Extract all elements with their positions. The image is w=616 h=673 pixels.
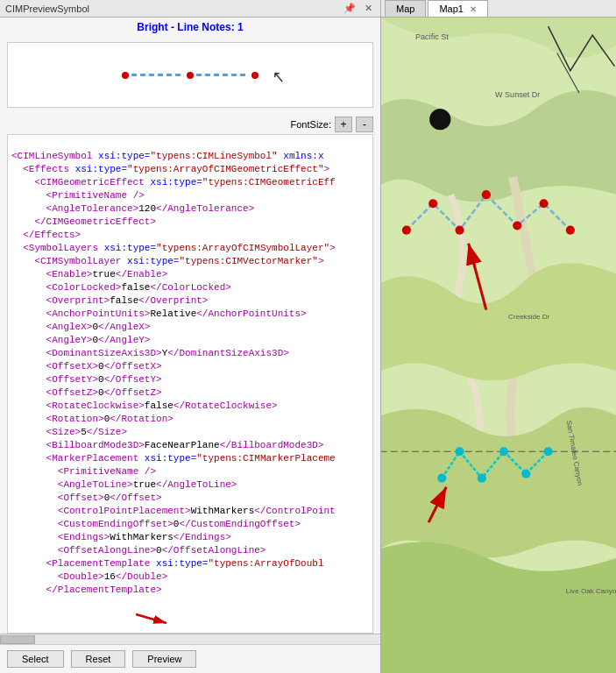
fontsize-minus-button[interactable]: - [356,117,373,132]
map-tabs: Map Map1 ✕ [381,0,616,18]
svg-text:Creekside Dr: Creekside Dr [508,313,549,321]
tab-map[interactable]: Map [385,0,426,17]
xml-content: <CIMLineSymbol xsi:type="typens:CIMLineS… [8,135,372,612]
fontsize-label: FontSize: [291,119,331,130]
right-panel: Map Map1 ✕ Pacific St [381,0,616,673]
preview-area: ↖ [7,42,373,108]
pin-button[interactable]: 📌 [341,3,358,14]
horizontal-scrollbar[interactable] [0,634,380,644]
select-arrow [131,610,175,627]
reset-button[interactable]: Reset [71,650,126,668]
preview-button[interactable]: Preview [132,650,196,668]
map-canvas: Pacific St W Sunset Dr Creekside Dr San … [381,18,616,673]
select-button[interactable]: Select [7,650,64,668]
fontsize-plus-button[interactable]: + [335,117,352,132]
red-dot-3 [251,72,258,79]
fontsize-row: FontSize: + - [0,115,380,134]
red-dot-1 [122,72,129,79]
left-panel: CIMPreviewSymbol 📌 ✕ Bright - Line Notes… [0,0,381,673]
preview-line [122,72,258,79]
scroll-thumb[interactable] [0,635,35,644]
tab-map1-label: Map1 [439,4,464,14]
svg-line-1 [136,614,166,623]
svg-text:Pacific St: Pacific St [415,32,449,41]
close-button[interactable]: ✕ [362,3,375,14]
preview-title: Bright - Line Notes: 1 [0,21,380,33]
svg-text:Live Oak Canyon Rd: Live Oak Canyon Rd [566,587,616,595]
svg-point-8 [429,109,450,130]
dashed-line [131,74,184,76]
cursor-icon: ↖ [271,67,286,87]
tab-map-label: Map [396,4,414,14]
panel-titlebar: CIMPreviewSymbol 📌 ✕ [0,0,380,18]
xml-area[interactable]: <CIMLineSymbol xsi:type="typens:CIMLineS… [7,134,373,634]
svg-text:W Sunset Dr: W Sunset Dr [495,90,540,99]
bottom-bar: Select Reset Preview [0,644,380,673]
titlebar-buttons: 📌 ✕ [341,3,375,14]
panel-title: CIMPreviewSymbol [5,4,89,14]
tab-close-icon[interactable]: ✕ [470,4,477,14]
red-dot-2 [187,72,194,79]
tab-map1[interactable]: Map1 ✕ [428,0,488,17]
dashed-line-2 [196,74,249,76]
map-background: Pacific St W Sunset Dr Creekside Dr San … [381,18,616,673]
